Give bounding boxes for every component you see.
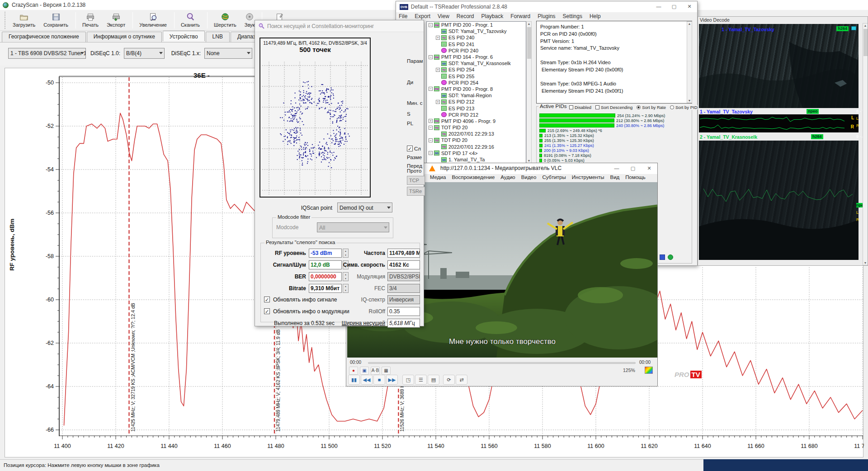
color-adjust-icon[interactable] <box>645 367 653 374</box>
expand-icon[interactable]: + <box>429 119 433 123</box>
symbol-rate-field[interactable]: 4162 Кс <box>387 260 420 269</box>
side-button-TCP[interactable]: TCP <box>407 176 425 185</box>
tree-item[interactable]: −PMPMT PID 164 - Progr. 6 <box>427 54 526 60</box>
minimize-button[interactable]: — <box>609 163 625 174</box>
rf-level-field[interactable]: -53 dBm <box>309 249 342 258</box>
next-button[interactable]: ▶▶ <box>386 375 398 385</box>
expand-icon[interactable]: + <box>436 36 440 40</box>
tree-item[interactable]: +PMPMT PID 4096 - Progr. 9 <box>427 118 526 124</box>
toolbar-button-load[interactable]: Загрузить <box>9 11 39 30</box>
tsreader-titlebar[interactable]: DVB Default -- TSReader Professional 2.8… <box>396 1 697 12</box>
tree-item[interactable]: −SDSDT PID 17 <4> <box>427 150 526 156</box>
video-thumbnail-2[interactable] <box>699 141 859 260</box>
tree-item[interactable]: ♪ES PID 241 <box>427 41 526 47</box>
tree-item[interactable]: SDSDT: Yamal_TV_Krasnoselk <box>427 60 526 66</box>
seek-bar[interactable] <box>368 362 636 364</box>
close-button[interactable]: ✕ <box>641 163 657 174</box>
pid-row[interactable]: 255 (1.35% ~ 125.30 Kbps) <box>539 138 691 143</box>
menu-view[interactable]: View <box>438 13 449 21</box>
radio-sort-by-rate[interactable]: Sort by Rate <box>637 105 666 110</box>
menu-playback[interactable]: Playback <box>481 13 504 21</box>
iqscan-select[interactable]: Demod IQ out <box>337 203 392 212</box>
update-modulation-checkbox[interactable]: ✓ <box>264 308 270 314</box>
video-thumbnail-1[interactable]: 1 - Yamal_TV_Tazovsky h264 <box>699 24 859 108</box>
pid-row[interactable]: 0 (0.05% ~ 5.03 Kbps) <box>539 158 691 163</box>
tree-item[interactable]: −TDTDT PID 20 <box>427 137 526 143</box>
tree-item[interactable]: ♪ES PID 255 <box>427 73 526 80</box>
previous-button[interactable]: ◀◀ <box>361 375 373 385</box>
tree-item[interactable]: −PMPMT PID 200 - Progr. 1 <box>427 22 526 28</box>
info-scrollbar[interactable]: ▲▼ <box>687 21 692 103</box>
tab-Географическое положение[interactable]: Географическое положение <box>2 32 86 42</box>
tree-scrollbar[interactable]: ▲▼ <box>526 21 532 163</box>
collapse-icon[interactable]: − <box>429 126 433 130</box>
minimize-button[interactable]: — <box>651 1 666 12</box>
tab-Информация о спутнике[interactable]: Информация о спутнике <box>87 32 162 42</box>
tree-item[interactable]: SDSDT: Yamal_TV_Tazovsky <box>427 28 526 34</box>
maximize-button[interactable]: ▢ <box>625 163 641 174</box>
expand-icon[interactable]: + <box>436 100 440 104</box>
collapse-icon[interactable]: − <box>429 55 433 59</box>
bitrate-field[interactable]: 9,310 Мбит <box>309 284 342 293</box>
ab-loop-button[interactable]: A·B <box>371 367 380 375</box>
tree-item[interactable]: −PMPMT PID 200 - Progr. 8 <box>427 86 526 92</box>
menu-record[interactable]: Record <box>457 13 474 21</box>
toolbar-button-export[interactable]: Экспорт <box>103 11 129 30</box>
pause-button[interactable]: ▮▮ <box>348 375 360 385</box>
close-button[interactable]: ✕ <box>682 1 697 12</box>
vlc-menu-помощь[interactable]: Помощь <box>625 174 645 180</box>
dialog-titlebar[interactable]: Поиск несущей и Constellation-мониторинг <box>255 20 424 32</box>
video-decode-scrollbar[interactable]: ▲▼ <box>863 23 868 265</box>
maximize-button[interactable]: ▢ <box>666 1 682 12</box>
toolbar-grip[interactable] <box>5 12 6 29</box>
checkbox-disabled[interactable]: Disabled <box>569 105 591 110</box>
checkbox-sort-descending[interactable]: Sort Descending <box>595 105 632 110</box>
update-signal-checkbox[interactable]: ✓ <box>264 297 270 302</box>
radio-sort-by-pid[interactable]: Sort by PID <box>670 105 698 110</box>
collapse-icon[interactable]: − <box>429 151 433 155</box>
tree-item[interactable]: SDSDT: Yamal-Region <box>427 92 526 99</box>
tree-item[interactable]: SD1. Yamal_TV_Ta <box>427 156 526 163</box>
pid-row[interactable]: 215 (2.69% ~ 249.48 Kbps) *6 <box>539 128 691 133</box>
tree-item[interactable]: PCR PID 212 <box>427 112 526 118</box>
frequency-field[interactable]: 11479,489 МГц <box>387 249 420 258</box>
menu-forward[interactable]: Forward <box>510 13 530 21</box>
vlc-menu-аудио[interactable]: Аудио <box>500 174 515 180</box>
toolbar-button-comb[interactable]: Шерстить <box>210 11 240 30</box>
toolbar-button-print[interactable]: Печать <box>79 11 102 30</box>
tab-LNB[interactable]: LNB <box>206 32 230 42</box>
tree-item[interactable]: +TVES PID 212 <box>427 99 526 105</box>
menu-plugins[interactable]: Plugins <box>538 13 555 21</box>
fullscreen-button[interactable]: ◳ <box>402 375 414 385</box>
extended-settings-button[interactable]: ☰ <box>415 375 427 385</box>
side-button-TSRe[interactable]: TSRe <box>407 187 425 196</box>
rolloff-field[interactable]: 0.35 <box>387 307 420 316</box>
ber-field[interactable]: 0,0000000 <box>309 272 342 281</box>
tree-item[interactable]: +TVES PID 240 <box>427 34 526 41</box>
vlc-menu-видео[interactable]: Видео <box>521 174 537 180</box>
side-checkbox[interactable]: ✓ <box>407 146 413 151</box>
vlc-menu-медиа[interactable]: Медиа <box>430 174 446 180</box>
record-button[interactable]: ● <box>349 367 358 375</box>
toolbar-button-zoom[interactable]: Увеличение <box>136 11 170 30</box>
toolbar-button-scan[interactable]: Сканить <box>177 11 203 30</box>
pid-row[interactable]: 240 (30.80% ~ 2.86 Mbps) <box>539 123 691 128</box>
collapse-icon[interactable]: − <box>429 23 433 27</box>
carrier-width-field[interactable]: 5,618 МГц <box>387 319 420 328</box>
vlc-menu-субтитры[interactable]: Субтитры <box>542 174 566 180</box>
vlc-menu-вид[interactable]: Вид <box>610 174 620 180</box>
pid-row[interactable]: 241 (1.35% ~ 125.27 Kbps) <box>539 143 691 148</box>
pid-row[interactable]: 213 (1.35% ~ 125.32 Kbps) <box>539 133 691 138</box>
collapse-icon[interactable]: − <box>429 138 433 142</box>
menu-help[interactable]: Help <box>590 13 601 21</box>
diseqc1x-select[interactable]: None <box>204 48 252 59</box>
tree-item[interactable]: ♪ES PID 213 <box>427 105 526 111</box>
playlist-button[interactable]: ▤ <box>428 375 439 385</box>
random-button[interactable]: ⇄ <box>456 375 467 385</box>
menu-settings[interactable]: Settings <box>563 13 582 21</box>
pid-row[interactable]: 8191 (0.08% ~ 7.18 Kbps) <box>539 153 691 158</box>
frame-button[interactable]: ▦ <box>382 367 391 375</box>
tab-Устройство[interactable]: Устройство <box>163 31 205 41</box>
pid-tree[interactable]: −PMPMT PID 200 - Progr. 1SDSDT: Yamal_TV… <box>426 21 526 163</box>
pid-row[interactable]: 254 (31.24% ~ 2.90 Mbps) <box>539 113 691 118</box>
